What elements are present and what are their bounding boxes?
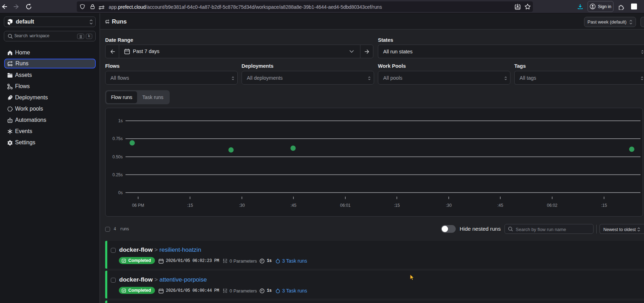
svg-text::15: :15: [601, 203, 607, 208]
svg-text:0s: 0s: [118, 190, 123, 195]
svg-text::45: :45: [291, 203, 297, 208]
svg-text:0.25s: 0.25s: [113, 172, 123, 177]
svg-text::30: :30: [239, 203, 245, 208]
svg-text:0.75s: 0.75s: [113, 136, 123, 141]
svg-text::15: :15: [187, 203, 193, 208]
svg-text:06:02: 06:02: [547, 203, 557, 208]
svg-text:0.50s: 0.50s: [113, 154, 123, 159]
svg-text::30: :30: [446, 203, 452, 208]
svg-text::45: :45: [497, 203, 503, 208]
svg-text::15: :15: [394, 203, 400, 208]
svg-text:06 PM: 06 PM: [132, 203, 144, 208]
svg-text:1s: 1s: [118, 118, 123, 123]
svg-text:06:01: 06:01: [340, 203, 351, 208]
